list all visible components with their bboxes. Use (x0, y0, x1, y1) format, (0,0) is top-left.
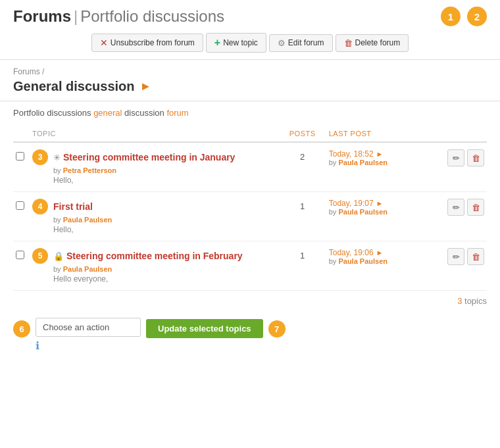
edit-topic-button[interactable]: ✏ (447, 199, 464, 216)
bottom-bar: 6 Choose an action Delete selected Move … (0, 311, 500, 362)
edit-forum-button[interactable]: ⚙ Edit forum (269, 34, 333, 52)
actions-cell: ✏ 🗑 (445, 192, 487, 241)
unsubscribe-label: Unsubscribe from forum (111, 38, 195, 47)
topics-label: topics (464, 296, 487, 306)
topic-title-cell: 5 🔒 Steering committee meeting in Februa… (27, 241, 281, 291)
delete-forum-label: Delete forum (355, 38, 401, 47)
topic-title-link[interactable]: First trial (53, 201, 93, 212)
lastpost-author-link[interactable]: Paula Paulsen (338, 159, 388, 166)
desc-text1: Portfolio discussions (13, 108, 93, 118)
delete-topic-button[interactable]: 🗑 (467, 149, 484, 166)
topic-title-cell: 4 First trial by Paula Paulsen Hello, (27, 192, 281, 241)
badge-1: 1 (441, 7, 461, 26)
posts-cell: 1 (281, 241, 323, 291)
col-posts-header: POSTS (281, 126, 323, 142)
x-icon: ✕ (100, 37, 108, 48)
edit-forum-label: Edit forum (288, 38, 324, 47)
sticky-icon: ✳ (53, 153, 61, 162)
topics-count: 3 topics (457, 296, 487, 306)
badge-5: 5 (32, 248, 48, 264)
delete-topic-button[interactable]: 🗑 (467, 248, 484, 265)
delete-forum-button[interactable]: 🗑 Delete forum (336, 34, 409, 52)
topic-checkbox-2[interactable] (16, 251, 24, 259)
topic-check-cell (13, 241, 27, 291)
actions-cell: ✏ 🗑 (445, 142, 487, 192)
breadcrumb-area: Forums / (0, 60, 500, 78)
rss-icon: ►︎ (140, 80, 152, 93)
topic-preview: Hello everyone, (53, 274, 276, 284)
rss-small-icon: ► (376, 249, 384, 257)
forum-title: General discussion (13, 79, 135, 94)
lock-icon: 🔒 (53, 251, 64, 261)
badge-7: 7 (268, 320, 286, 337)
col-lastpost-header: LAST POST (324, 126, 445, 142)
trash-icon: 🗑 (344, 38, 353, 48)
topics-table: TOPIC POSTS LAST POST 3 ✳ Steering commi… (13, 126, 487, 291)
new-topic-button[interactable]: + New topic (206, 33, 266, 53)
topic-author: by Petra Petterson (53, 166, 276, 174)
table-header-row: TOPIC POSTS LAST POST (13, 126, 487, 142)
header-forums: Forums (13, 7, 71, 26)
topic-title-link[interactable]: Steering committee meeting in February (66, 251, 243, 261)
info-icon[interactable]: ℹ (36, 339, 141, 352)
desc-link-forum[interactable]: forum (166, 108, 188, 118)
rss-small-icon: ► (376, 199, 384, 207)
topic-checkbox-1[interactable] (16, 201, 24, 210)
lastpost-cell: Today, 19:07 ► by Paula Paulsen (324, 192, 445, 241)
header-area: Forums | Portfolio discussions 1 2 (0, 0, 500, 30)
desc-text2: discussion (122, 108, 167, 118)
header-badges: 1 2 (441, 7, 487, 26)
toolbar: ✕ Unsubscribe from forum + New topic ⚙ E… (0, 30, 500, 60)
badge-6: 6 (13, 320, 30, 337)
breadcrumb: Forums / (13, 67, 44, 76)
topic-author-link[interactable]: Paula Paulsen (63, 265, 113, 273)
unsubscribe-button[interactable]: ✕ Unsubscribe from forum (91, 34, 203, 52)
topic-author-link[interactable]: Petra Petterson (63, 166, 116, 174)
lastpost-cell: Today, 18:52 ► by Paula Paulsen (324, 142, 445, 192)
lastpost-time: Today, 19:06 ► (329, 248, 439, 257)
topic-title-link[interactable]: Steering committee meeting in January (63, 152, 235, 162)
lastpost-cell: Today, 19:06 ► by Paula Paulsen (324, 241, 445, 291)
topic-author: by Paula Paulsen (53, 265, 276, 273)
topic-title-cell: 3 ✳ Steering committee meeting in Januar… (27, 142, 281, 192)
desc-link-general[interactable]: general (93, 108, 122, 118)
lastpost-author-link[interactable]: Paula Paulsen (338, 257, 388, 265)
topic-preview: Hello, (53, 225, 276, 234)
lastpost-time: Today, 19:07 ► (329, 199, 439, 208)
topic-author: by Paula Paulsen (53, 216, 276, 224)
table-row: 3 ✳ Steering committee meeting in Januar… (13, 142, 487, 192)
header-subtitle: Portfolio discussions (80, 7, 224, 26)
badge-4: 4 (32, 199, 48, 214)
topic-preview: Hello, (53, 176, 276, 185)
update-button[interactable]: Update selected topics (146, 319, 263, 338)
posts-cell: 2 (281, 142, 323, 192)
footer-count-area: 3 topics (0, 291, 500, 311)
badge-2: 2 (467, 7, 487, 26)
breadcrumb-sep: / (42, 67, 44, 76)
plus-icon: + (214, 37, 220, 49)
posts-cell: 1 (281, 192, 323, 241)
table-row: 4 First trial by Paula Paulsen Hello, 1 … (13, 192, 487, 241)
topic-author-link[interactable]: Paula Paulsen (63, 216, 113, 224)
topic-checkbox-0[interactable] (16, 152, 24, 161)
forum-description: Portfolio discussions general discussion… (0, 101, 500, 126)
gear-icon: ⚙ (278, 38, 286, 48)
topic-check-cell (13, 192, 27, 241)
lastpost-by: by Paula Paulsen (329, 159, 439, 166)
col-actions-header (445, 126, 487, 142)
col-checkbox (13, 126, 27, 142)
rss-small-icon: ► (376, 150, 384, 158)
delete-topic-button[interactable]: 🗑 (467, 199, 484, 216)
breadcrumb-forums-link[interactable]: Forums (13, 67, 40, 76)
edit-topic-button[interactable]: ✏ (447, 149, 464, 166)
lastpost-time: Today, 18:52 ► (329, 149, 439, 159)
lastpost-author-link[interactable]: Paula Paulsen (338, 208, 388, 216)
forum-title-area: General discussion ►︎ (0, 78, 500, 101)
edit-topic-button[interactable]: ✏ (447, 248, 464, 265)
header-title: Forums | Portfolio discussions (13, 7, 224, 26)
header-sep: | (74, 7, 78, 26)
new-topic-label: New topic (223, 38, 258, 47)
lastpost-by: by Paula Paulsen (329, 257, 439, 265)
action-select[interactable]: Choose an action Delete selected Move se… (36, 318, 141, 337)
topic-check-cell (13, 142, 27, 192)
